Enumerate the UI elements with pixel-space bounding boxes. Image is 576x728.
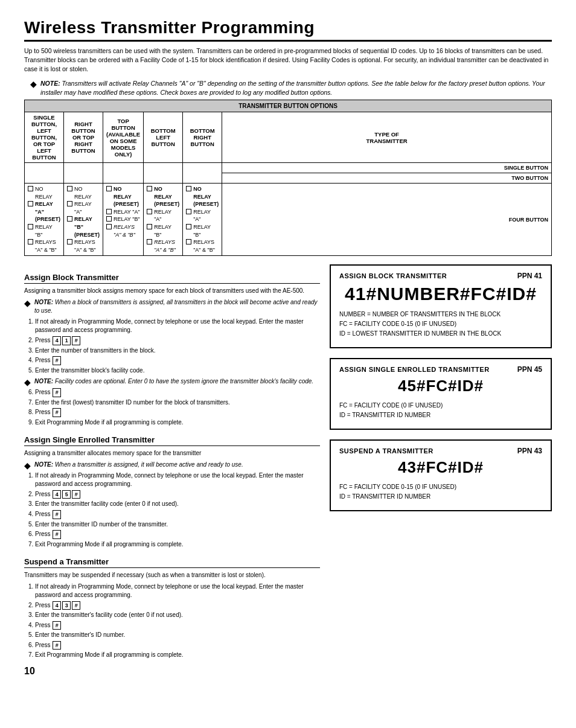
- step: Press #: [35, 388, 320, 397]
- relay-col2: NO RELAY RELAY "A" RELAY "B" (PRESET) RE…: [64, 184, 103, 256]
- ppn-45-title: ASSIGN SINGLE ENROLLED TRANSMITTER: [339, 366, 490, 373]
- step: Enter the transmitter's ID number.: [35, 631, 320, 640]
- key-hash: #: [72, 601, 80, 610]
- ppn-41-code: 41#NUMBER#FC#ID#: [339, 284, 542, 304]
- step: Exit Programming Mode if all programming…: [35, 540, 320, 549]
- ppn-41-box: ASSIGN BLOCK TRANSMITTER PPN 41 41#NUMBE…: [330, 264, 552, 348]
- step: Press #: [35, 408, 320, 417]
- ppn-45-desc: FC = FACILITY CODE (0 IF UNUSED) ID = TR…: [339, 401, 542, 420]
- intro-paragraph: Up to 500 wireless transmitters can be u…: [24, 46, 552, 74]
- type-two-button: TWO BUTTON: [222, 173, 552, 184]
- diamond-icon: ◆: [30, 80, 37, 97]
- step: Exit Programming Mode if all programming…: [35, 651, 320, 660]
- key-5: 5: [62, 490, 71, 499]
- ppn-45-box: ASSIGN SINGLE ENROLLED TRANSMITTER PPN 4…: [330, 358, 552, 430]
- step: Press #: [35, 621, 320, 630]
- assign-single-note: ◆ NOTE: When a transmitter is assigned, …: [24, 461, 320, 470]
- step: Press 41#: [35, 336, 320, 345]
- ppn-41-title: ASSIGN BLOCK TRANSMITTER: [339, 272, 447, 279]
- suspend-steps: If not already in Programming Mode, conn…: [35, 583, 320, 660]
- col-header-2: RIGHT BUTTONOR TOP RIGHT BUTTON: [64, 112, 103, 163]
- ppn-45-code: 45#FC#ID#: [339, 377, 542, 395]
- step: If not already in Programming Mode, conn…: [35, 583, 320, 600]
- assign-block-steps: If not already in Programming Mode, conn…: [35, 318, 320, 375]
- step: Enter the transmitter block's facility c…: [35, 366, 320, 375]
- step: If not already in Programming Mode, conn…: [35, 471, 320, 489]
- col-header-4: BOTTOM LEFT BUTTON: [144, 112, 183, 163]
- step: Enter the transmitter's facility code (e…: [35, 611, 320, 620]
- type-four-button: FOUR BUTTON: [222, 184, 552, 256]
- assign-block-note2: ◆ NOTE: Facility codes are optional. Ent…: [24, 377, 320, 386]
- ppn-41-desc: NUMBER = NUMBER OF TRANSMITTERS IN THE B…: [339, 310, 542, 339]
- step: Press 45#: [35, 490, 320, 499]
- page-title: Wireless Transmitter Programming: [24, 18, 552, 42]
- suspend-heading: Suspend a Transmitter: [24, 557, 320, 568]
- assign-single-heading: Assign Single Enrolled Transmitter: [24, 435, 320, 446]
- ppn-43-box: SUSPEND A TRANSMITTER PPN 43 43#FC#ID# F…: [330, 439, 552, 511]
- table-header: TRANSMITTER BUTTON OPTIONS: [25, 100, 552, 112]
- key-hash: #: [53, 388, 61, 397]
- ppn-41-number: PPN 41: [517, 272, 542, 280]
- step: Enter the transmitter ID number of the t…: [35, 520, 320, 529]
- relay-col5: NO RELAY (PRESET) RELAY "A" RELAY "B" RE…: [183, 184, 222, 256]
- step: Press #: [35, 530, 320, 539]
- key-hash: #: [53, 530, 61, 539]
- step: Press #: [35, 356, 320, 365]
- ppn-43-desc: FC = FACILITY CODE 0-15 (0 IF UNUSED) ID…: [339, 482, 542, 502]
- step: Press 43#: [35, 601, 320, 610]
- assign-single-steps: If not already in Programming Mode, conn…: [35, 471, 320, 549]
- relay-col3: NO RELAY (PRESET) RELAY "A" RELAY "B" RE…: [103, 184, 144, 256]
- suspend-intro: Transmitters may be suspended if necessa…: [24, 571, 320, 580]
- ppn-43-title: SUSPEND A TRANSMITTER: [339, 447, 434, 455]
- key-hash: #: [72, 490, 80, 499]
- type-single-button: SINGLE BUTTON: [222, 163, 552, 173]
- transmitter-options-table: TRANSMITTER BUTTON OPTIONS SINGLE BUTTON…: [24, 100, 552, 256]
- assign-block-steps-cont: Press # Enter the first (lowest) transmi…: [35, 388, 320, 427]
- step: If not already in Programming Mode, conn…: [35, 318, 320, 335]
- col-header-5: BOTTOM RIGHTBUTTON: [183, 112, 222, 163]
- assign-single-intro: Assigning a transmitter allocates memory…: [24, 449, 320, 458]
- step: Press #: [35, 510, 320, 519]
- key-1: 1: [62, 336, 71, 345]
- ppn-43-number: PPN 43: [517, 447, 542, 455]
- key-hash: #: [53, 510, 61, 519]
- assign-block-note: ◆ NOTE: When a block of transmitters is …: [24, 298, 320, 316]
- step: Press #: [35, 641, 320, 650]
- ppn-43-code: 43#FC#ID#: [339, 459, 542, 476]
- key-4: 4: [53, 490, 61, 499]
- page-number: 10: [24, 666, 320, 677]
- ppn-45-number: PPN 45: [517, 365, 542, 374]
- key-4: 4: [53, 336, 61, 345]
- assign-block-intro: Assigning a transmitter block assigns me…: [24, 287, 320, 296]
- step: Enter the number of transmitters in the …: [35, 346, 320, 356]
- col-header-1: SINGLE BUTTON,LEFT BUTTON,OR TOP LEFT BU…: [25, 112, 64, 163]
- key-4: 4: [53, 601, 61, 610]
- col-header-6: TYPE OFTRANSMITTER: [222, 112, 552, 163]
- step: Exit Programming Mode if all programming…: [35, 418, 320, 427]
- relay-col4: NO RELAY (PRESET) RELAY "A" RELAY "B" RE…: [144, 184, 183, 256]
- key-hash: #: [53, 408, 61, 417]
- col-header-3: TOP BUTTON(AVAILABLE ON SOMEMODELS ONLY): [103, 112, 144, 163]
- relay-col1: NO RELAY RELAY "A" (PRESET) RELAY "B" RE…: [25, 184, 64, 256]
- key-hash: #: [53, 356, 61, 365]
- diamond-icon: ◆: [24, 461, 31, 470]
- key-3: 3: [62, 601, 71, 610]
- key-hash: #: [72, 336, 80, 345]
- step: Enter the first (lowest) transmitter ID …: [35, 398, 320, 407]
- intro-note: ◆ NOTE: Transmitters will activate Relay…: [30, 79, 552, 97]
- assign-block-heading: Assign Block Transmitter: [24, 273, 320, 284]
- key-hash: #: [53, 621, 61, 630]
- step: Enter the transmitter facility code (ent…: [35, 500, 320, 509]
- diamond-icon: ◆: [24, 378, 31, 386]
- diamond-icon: ◆: [24, 299, 31, 316]
- key-hash: #: [53, 641, 61, 650]
